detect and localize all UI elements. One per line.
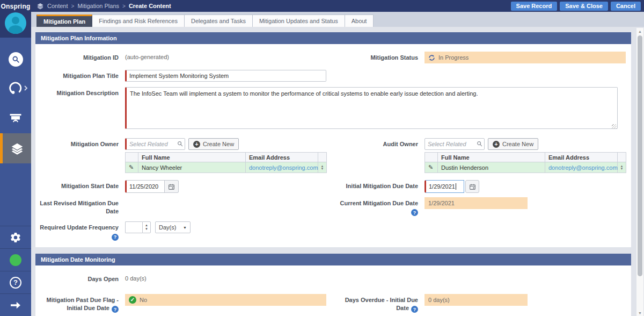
days-overdue-initial-label: Days Overdue - Initial Due Date?: [333, 294, 425, 313]
row-revised-current: Last Revised Mitigation Due Date Current…: [35, 197, 631, 216]
brand-logo: Onspring: [1, 0, 31, 10]
spin-column-header: [318, 153, 327, 162]
sidebar: Onspring ?: [0, 0, 31, 316]
breadcrumb-mitigation-plans[interactable]: Mitigation Plans: [77, 3, 119, 9]
save-record-button[interactable]: Save Record: [511, 2, 558, 11]
current-due-date-label: Current Mitigation Due Date?: [333, 197, 425, 216]
presentation-icon: [9, 112, 22, 125]
save-close-button[interactable]: Save & Close: [560, 2, 608, 11]
email-header: Email Address: [246, 153, 318, 162]
top-bar: Content > Mitigation Plans > Create Cont…: [31, 0, 644, 12]
tab-mitigation-plan[interactable]: Mitigation Plan: [36, 15, 92, 27]
breadcrumb-create-content: Create Content: [129, 3, 171, 9]
plan-title-input[interactable]: [125, 70, 326, 82]
initial-due-date-value: 1/29/2021: [429, 183, 455, 190]
section-body: Days Open 0 day(s) Mitigation Past Due F…: [35, 265, 631, 316]
sidebar-item-settings[interactable]: [0, 226, 31, 248]
plus-icon: +: [493, 141, 500, 148]
mitigation-owner-create-new-button[interactable]: + Create New: [188, 138, 239, 150]
update-frequency-group: ▲▼ Day(s) ▼: [125, 221, 191, 233]
help-icon[interactable]: ?: [411, 209, 418, 216]
check-circle-icon: ✓: [129, 296, 136, 304]
field-last-revised: Last Revised Mitigation Due Date: [35, 197, 333, 216]
table-row: ✎ Nancy Wheeler donotreply@onspring.com …: [126, 162, 327, 173]
email-cell: donotreply@onspring.com: [545, 162, 618, 173]
current-due-date-text: 1/29/2021: [428, 200, 455, 206]
past-due-flag-initial-value: ✓ No: [125, 294, 326, 306]
sidebar-item-help[interactable]: ?: [0, 271, 31, 293]
number-spinner[interactable]: ▲▼: [142, 221, 151, 233]
breadcrumb-content[interactable]: Content: [47, 3, 68, 9]
mitigation-owner-label: Mitigation Owner: [35, 138, 125, 148]
start-date-input[interactable]: 11/25/2020: [125, 180, 165, 193]
scrollbar-thumb[interactable]: [638, 35, 642, 276]
sidebar-item-dashboards[interactable]: [0, 73, 31, 103]
spin-column-header: [618, 153, 626, 162]
help-icon[interactable]: ?: [112, 234, 119, 241]
email-link[interactable]: donotreply@onspring.com: [548, 164, 618, 171]
full-name-header: Full Name: [138, 153, 246, 162]
sidebar-logo-area: Onspring: [0, 0, 31, 38]
audit-owner-create-new-button[interactable]: + Create New: [488, 138, 538, 150]
sidebar-spacer: [0, 163, 31, 226]
chevron-right-icon: [24, 85, 28, 91]
mitigation-owner-search-input[interactable]: [125, 138, 185, 150]
tab-delegates-tasks[interactable]: Delegates and Tasks: [185, 15, 253, 27]
flag-text: No: [140, 297, 147, 303]
spin-down-icon: ▼: [620, 168, 624, 170]
field-past-due-flag-initial: Mitigation Past Due Flag - Initial Due D…: [35, 294, 333, 313]
description-field: The InfoSec Team will implement a system…: [125, 87, 618, 130]
sidebar-item-search[interactable]: [0, 45, 31, 73]
main-area: Content > Mitigation Plans > Create Cont…: [31, 0, 644, 316]
field-days-overdue-initial: Days Overdue - Initial Due Date? 0 day(s…: [333, 294, 631, 313]
full-name-header: Full Name: [438, 153, 545, 162]
sidebar-item-status[interactable]: [0, 248, 31, 271]
mitigation-id-label: Mitigation ID: [35, 52, 125, 62]
calendar-icon[interactable]: [165, 180, 179, 193]
row-owners: Mitigation Owner +: [35, 138, 631, 173]
create-new-label: Create New: [203, 141, 234, 147]
sidebar-item-content-active[interactable]: [0, 133, 31, 163]
tab-findings-risk-references[interactable]: Findings and Risk References: [92, 15, 185, 27]
user-avatar[interactable]: [5, 12, 26, 34]
status-text: In Progress: [438, 54, 469, 61]
frequency-number-input[interactable]: [125, 221, 142, 233]
frequency-unit-value: Day(s): [159, 224, 176, 231]
section-mitigation-plan-information: Mitigation Plan Information Mitigation I…: [35, 32, 631, 247]
sidebar-item-collapse[interactable]: [0, 293, 31, 316]
row-reorder-spinner[interactable]: ▲▼: [618, 162, 626, 173]
cancel-button[interactable]: Cancel: [611, 2, 641, 11]
initial-due-date-input[interactable]: 1/29/2021: [425, 180, 464, 193]
edit-pencil-icon[interactable]: ✎: [126, 162, 138, 173]
scroll-down-icon[interactable]: ▼: [638, 310, 642, 316]
help-icon[interactable]: ?: [411, 306, 418, 313]
audit-owner-search-input[interactable]: [425, 138, 485, 150]
email-link[interactable]: donotreply@onspring.com: [249, 164, 318, 171]
status-green-dot-icon: [10, 254, 21, 266]
email-cell: donotreply@onspring.com: [246, 162, 318, 173]
field-start-date: Mitigation Start Date 11/25/2020: [35, 180, 333, 193]
overdue-text: 0 day(s): [428, 297, 450, 303]
calendar-icon[interactable]: [465, 180, 479, 193]
full-name-cell: Dustin Henderson: [438, 162, 545, 173]
audit-owner-table: Full Name Email Address ✎ Dustin Henders…: [425, 152, 626, 173]
tab-about[interactable]: About: [345, 15, 374, 27]
frequency-unit-select[interactable]: Day(s) ▼: [155, 221, 191, 233]
update-frequency-label: Required Update Frequency?: [35, 221, 125, 240]
full-name-cell: Nancy Wheeler: [138, 162, 246, 173]
row-reorder-spinner[interactable]: ▲▼: [318, 162, 327, 173]
topbar-buttons: Save Record Save & Close Cancel: [511, 2, 641, 11]
days-overdue-initial-label-text: Days Overdue - Initial Due Date: [345, 297, 418, 311]
description-textarea[interactable]: The InfoSec Team will implement a system…: [125, 87, 618, 129]
tab-mitigation-updates-status[interactable]: Mitigation Updates and Status: [253, 15, 345, 27]
scroll-up-icon[interactable]: ▲: [638, 28, 642, 34]
edit-pencil-icon[interactable]: ✎: [425, 162, 438, 173]
text-cursor: [456, 183, 456, 190]
section-header: Mitigation Plan Information: [35, 32, 631, 44]
edit-column-header: [126, 153, 138, 162]
resize-handle[interactable]: [612, 124, 617, 129]
vertical-scrollbar[interactable]: ▲ ▼: [636, 28, 643, 316]
help-icon[interactable]: ?: [112, 306, 119, 313]
spin-down-icon: ▼: [321, 168, 324, 170]
sidebar-item-reports[interactable]: [0, 103, 31, 133]
